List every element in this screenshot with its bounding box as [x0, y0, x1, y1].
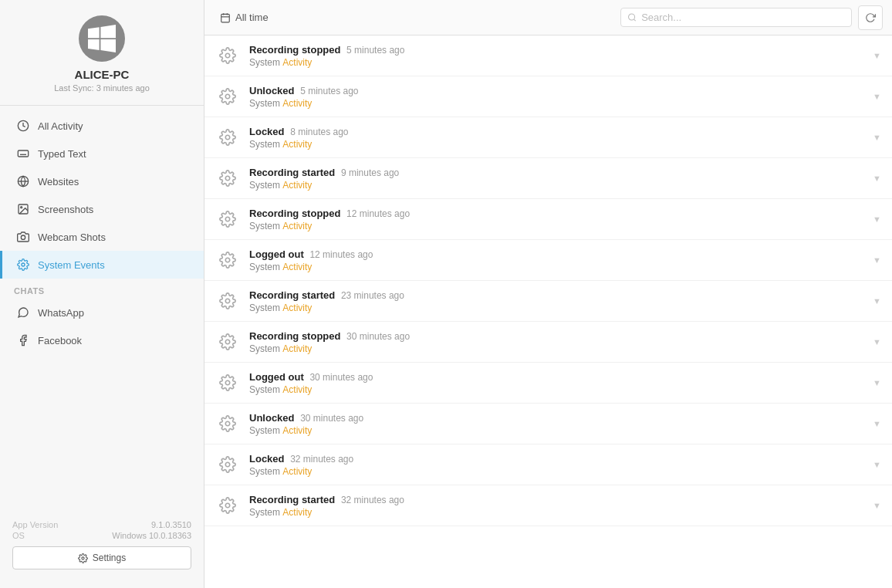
activity-content: Logged out 30 minutes ago System Activit… — [249, 371, 867, 395]
table-row[interactable]: Unlocked 5 minutes ago System Activity ▼ — [204, 76, 892, 117]
sidebar-item-whatsapp[interactable]: WhatsApp — [0, 299, 204, 326]
sub-system: System — [249, 425, 280, 436]
sidebar-item-label: WhatsApp — [38, 307, 84, 319]
sub-system: System — [249, 262, 280, 272]
table-row[interactable]: Locked 8 minutes ago System Activity ▼ — [204, 117, 892, 158]
table-row[interactable]: Unlocked 30 minutes ago System Activity … — [204, 404, 892, 444]
settings-button[interactable]: Settings — [12, 546, 191, 569]
svg-point-22 — [225, 135, 230, 140]
activity-content: Recording stopped 30 minutes ago System … — [249, 330, 867, 354]
activity-gear-icon — [215, 493, 240, 518]
activity-gear-icon — [215, 289, 240, 313]
sub-system: System — [249, 57, 280, 68]
svg-rect-1 — [18, 150, 28, 157]
table-row[interactable]: Logged out 12 minutes ago System Activit… — [204, 240, 892, 281]
sub-system: System — [249, 466, 280, 477]
activity-sub: System Activity — [249, 139, 867, 150]
event-name: Logged out — [249, 371, 304, 383]
sidebar-item-typed-text[interactable]: Typed Text — [0, 140, 204, 167]
os-label: OS — [12, 531, 25, 540]
event-time: 12 minutes ago — [346, 208, 410, 219]
svg-point-26 — [225, 299, 230, 303]
search-input[interactable] — [641, 12, 845, 23]
svg-point-20 — [225, 53, 230, 58]
sub-system: System — [249, 343, 280, 354]
activity-sub: System Activity — [249, 507, 867, 518]
sidebar-item-label: Facebook — [38, 335, 82, 346]
camera-icon — [16, 230, 30, 244]
svg-point-27 — [225, 340, 230, 344]
profile-sync: Last Sync: 3 minutes ago — [54, 83, 150, 93]
activity-content: Recording stopped 5 minutes ago System A… — [249, 44, 867, 68]
activity-sub: System Activity — [249, 466, 867, 477]
table-row[interactable]: Logged out 30 minutes ago System Activit… — [204, 363, 892, 404]
main-content: All time Recording stopped 5 minutes ago — [204, 0, 892, 588]
sidebar-item-facebook[interactable]: Facebook — [0, 326, 204, 354]
calendar-icon — [220, 12, 231, 23]
event-time: 30 minutes ago — [346, 331, 410, 342]
search-box — [620, 8, 852, 27]
sub-activity: Activity — [282, 507, 312, 518]
image-icon — [16, 202, 30, 216]
sidebar-item-webcam-shots[interactable]: Webcam Shots — [0, 223, 204, 251]
svg-point-10 — [21, 207, 22, 208]
app-version-label: App Version — [12, 520, 58, 529]
activity-gear-icon — [215, 166, 240, 191]
svg-point-28 — [225, 380, 230, 385]
svg-point-30 — [225, 462, 230, 467]
activity-title: Recording started 9 minutes ago — [249, 167, 867, 178]
svg-point-29 — [225, 421, 230, 426]
table-row[interactable]: Recording stopped 5 minutes ago System A… — [204, 35, 892, 76]
activity-sub: System Activity — [249, 425, 867, 436]
event-name: Locked — [249, 126, 285, 137]
sidebar-item-system-events[interactable]: System Events — [0, 251, 204, 279]
event-name: Recording stopped — [249, 330, 340, 342]
sidebar-item-label: Typed Text — [38, 148, 86, 160]
activity-title: Locked 8 minutes ago — [249, 126, 867, 137]
activity-sub: System Activity — [249, 221, 867, 231]
activity-title: Recording stopped 12 minutes ago — [249, 208, 867, 219]
os-row: OS Windows 10.0.18363 — [12, 531, 191, 540]
activity-gear-icon — [215, 207, 240, 231]
chevron-down-icon: ▼ — [873, 296, 881, 306]
table-row[interactable]: Recording started 23 minutes ago System … — [204, 281, 892, 322]
sidebar-item-all-activity[interactable]: All Activity — [0, 112, 204, 140]
svg-point-13 — [82, 556, 84, 559]
sub-system: System — [249, 302, 280, 313]
avatar — [79, 15, 125, 62]
event-name: Logged out — [249, 248, 304, 260]
filter-button[interactable]: All time — [214, 8, 614, 26]
activity-content: Logged out 12 minutes ago System Activit… — [249, 248, 867, 272]
sub-activity: Activity — [282, 425, 312, 436]
chats-section-label: CHATS — [0, 279, 204, 299]
chevron-down-icon: ▼ — [873, 337, 881, 346]
activity-sub: System Activity — [249, 180, 867, 191]
sidebar-nav: All Activity Typed Text Websites Screens… — [0, 106, 204, 514]
globe-icon — [16, 174, 30, 188]
search-icon — [627, 12, 637, 22]
refresh-button[interactable] — [858, 5, 883, 30]
event-name: Recording started — [249, 289, 335, 301]
sidebar-item-screenshots[interactable]: Screenshots — [0, 195, 204, 223]
sub-system: System — [249, 221, 280, 231]
sub-activity: Activity — [282, 262, 312, 272]
table-row[interactable]: Locked 32 minutes ago System Activity ▼ — [204, 444, 892, 485]
table-row[interactable]: Recording stopped 30 minutes ago System … — [204, 322, 892, 363]
sidebar-item-label: Webcam Shots — [38, 231, 106, 243]
sidebar-item-label: Screenshots — [38, 204, 93, 215]
svg-point-24 — [225, 217, 230, 221]
table-row[interactable]: Recording started 32 minutes ago System … — [204, 485, 892, 526]
sub-activity: Activity — [282, 180, 312, 191]
activity-list: Recording stopped 5 minutes ago System A… — [204, 35, 892, 588]
activity-sub: System Activity — [249, 262, 867, 272]
sidebar-item-websites[interactable]: Websites — [0, 167, 204, 195]
chevron-down-icon: ▼ — [873, 378, 881, 387]
event-time: 12 minutes ago — [309, 249, 373, 260]
event-name: Unlocked — [249, 412, 295, 424]
chevron-down-icon: ▼ — [873, 215, 881, 224]
event-time: 32 minutes ago — [341, 495, 404, 505]
table-row[interactable]: Recording stopped 12 minutes ago System … — [204, 199, 892, 240]
event-name: Locked — [249, 453, 285, 465]
table-row[interactable]: Recording started 9 minutes ago System A… — [204, 158, 892, 199]
chevron-down-icon: ▼ — [873, 133, 881, 142]
